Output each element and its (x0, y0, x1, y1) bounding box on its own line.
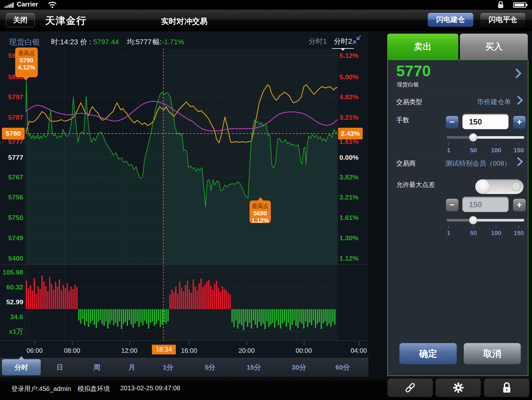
volume-axis-label: 34.6 (2, 313, 23, 321)
slider-tick-label: 100 (491, 147, 501, 154)
battery-icon (513, 2, 526, 8)
link-button[interactable] (387, 378, 433, 397)
app-window: Carrier 关闭 天津金行 实时对冲交易 闪电建仓 闪电平仓 现货白银 时:… (0, 0, 532, 400)
price-axis-label: 5756 (2, 193, 23, 201)
volume-axis-label: 105.98 (2, 268, 23, 276)
nav-bar: 关闭 天津金行 实时对冲交易 闪电建仓 闪电平仓 (0, 10, 532, 31)
period-tab-9[interactable]: 60分 (328, 358, 357, 377)
chevron-right-icon[interactable] (516, 157, 524, 167)
broker-value[interactable]: 测试特别会员（008） (445, 159, 511, 168)
spread-slider-ticks: 150100150 (447, 228, 524, 239)
gear-icon (452, 382, 464, 394)
time-label: 20:00 (239, 347, 255, 354)
slider-tick-label: 1 (447, 147, 451, 154)
settings-button[interactable] (435, 378, 481, 397)
period-tab-2[interactable]: 日 (45, 358, 74, 377)
time-tick (72, 341, 73, 345)
period-tab-4[interactable]: 月 (117, 358, 146, 377)
chart-plot[interactable] (0, 31, 368, 377)
percent-axis-label: 3.21% (339, 114, 365, 121)
slider-tick-mark (448, 226, 449, 228)
flash-close-button[interactable]: 闪电平仓 (480, 13, 526, 27)
max-spread-label: 允许最大点差 (396, 180, 435, 189)
orientation-lock-icon (497, 1, 504, 9)
chart-callout: 最高点56901.12% (250, 200, 271, 223)
period-tab-3[interactable]: 周 (82, 358, 112, 377)
divider (388, 111, 528, 111)
slider-tick-mark (518, 226, 519, 228)
lots-slider[interactable] (447, 133, 524, 142)
selected-tab-notch (19, 356, 24, 359)
slider-tick-mark (518, 143, 519, 146)
lots-minus-button[interactable]: − (446, 116, 459, 129)
period-tab-7[interactable]: 15分 (239, 358, 268, 377)
time-tick (359, 341, 359, 345)
quote-symbol: 现货白银 (397, 81, 419, 88)
slider-tick-label: 150 (514, 230, 524, 237)
confirm-button[interactable]: 确定 (399, 343, 457, 364)
percent-axis-label: 5.00% (339, 73, 365, 81)
page-title: 实时对冲交易 (0, 16, 368, 27)
slider-tick-mark (496, 143, 496, 146)
period-tab-6[interactable]: 5分 (196, 358, 225, 377)
chart-callout: 最高点57904.12% (15, 48, 38, 77)
wifi-icon (48, 1, 57, 8)
toggle-ring (512, 182, 521, 191)
spread-slider[interactable] (447, 216, 524, 224)
slider-tick-label: 150 (514, 147, 524, 154)
price-axis-label: 5749 (2, 234, 23, 242)
datetime-label: 2013-02-25 09:47:08 (120, 384, 180, 392)
slider-tick-mark (496, 226, 496, 228)
slider-tick-mark (448, 143, 449, 146)
lots-plus-button[interactable]: + (513, 116, 526, 129)
spread-input[interactable]: 150 (462, 197, 509, 212)
lots-input[interactable]: 150 (462, 114, 509, 129)
period-tab-8[interactable]: 30分 (284, 358, 314, 377)
time-tick (189, 341, 190, 345)
slider-tick-label: 50 (470, 147, 477, 154)
percent-axis-label: 1.61% (339, 214, 365, 222)
lots-label: 手数 (396, 116, 409, 124)
spread-slider-thumb[interactable] (469, 216, 477, 224)
period-tab-5[interactable]: 1分 (154, 358, 183, 377)
toggle-knob[interactable] (475, 179, 490, 194)
signal-strength-icon (5, 3, 14, 8)
percent-axis-label: 1.12% (339, 254, 365, 262)
lock-button[interactable] (484, 378, 529, 397)
slider-tick-mark (473, 143, 474, 146)
divider (388, 93, 528, 94)
broker-label: 交易商 (396, 159, 416, 168)
chart-area[interactable]: 现货白银 时:14:23 价 : 5797.44 均:5777 幅:-1.71%… (0, 31, 368, 377)
period-tab-bar: 分时日周月1分5分15分30分60分 (0, 357, 368, 377)
price-axis-label: 5750 (2, 214, 23, 222)
time-label: 08:00 (64, 347, 80, 354)
buy-tab[interactable]: 买入 (460, 34, 528, 59)
quote-price: 5770 (396, 62, 431, 80)
divider (388, 155, 528, 156)
lots-slider-thumb[interactable] (469, 133, 477, 142)
flash-open-button[interactable]: 闪电建仓 (428, 13, 473, 27)
volume-axis-label: x1万 (2, 327, 23, 336)
max-spread-toggle[interactable] (475, 179, 524, 194)
time-tick (35, 341, 35, 345)
period-tab-1[interactable]: 分时 (2, 359, 41, 375)
callout-arrow (23, 77, 29, 81)
divider (388, 174, 528, 174)
price-axis-label: 5797 (2, 93, 23, 101)
time-label: 16:00 (181, 347, 197, 354)
order-form: 5770 现货白银 交易类型 市价建仓单 手数 − 150 + 15010015… (387, 59, 528, 376)
price-axis-label: 5777 (2, 154, 23, 161)
chevron-right-icon[interactable] (516, 95, 524, 105)
callout-arrow (258, 197, 263, 200)
slider-tick-label: 50 (470, 230, 477, 237)
price-axis-label: 5787 (2, 114, 23, 121)
spread-plus-button[interactable]: + (513, 199, 526, 211)
spread-minus-button[interactable]: − (446, 199, 459, 211)
chevron-right-icon[interactable] (515, 68, 522, 79)
cancel-button[interactable]: 取消 (463, 343, 521, 364)
sell-tab[interactable]: 卖出 (387, 34, 458, 59)
percent-axis-label: 1.30% (339, 234, 365, 242)
lots-slider-ticks: 150100150 (447, 145, 524, 156)
trade-type-value[interactable]: 市价建仓单 (477, 97, 511, 106)
percent-highlight-badge: 2.43% (338, 128, 363, 139)
